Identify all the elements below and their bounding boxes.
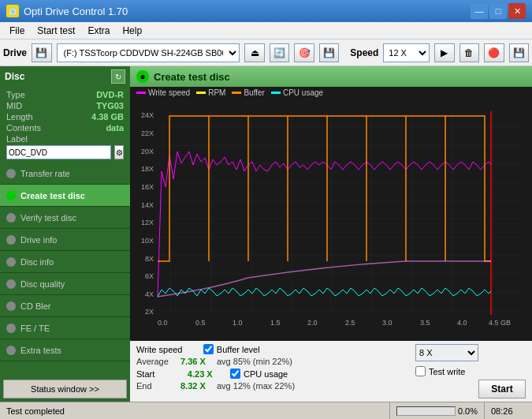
buffer-level-label: Buffer level xyxy=(217,345,260,354)
sidebar-item-transfer-rate[interactable]: Transfer rate xyxy=(0,163,130,185)
menu-help[interactable]: Help xyxy=(116,24,148,38)
menu-extra[interactable]: Extra xyxy=(81,24,116,38)
sidebar: Disc ↻ Type DVD-R MID TYG03 Length 4.38 … xyxy=(0,66,130,402)
start-button[interactable]: Start xyxy=(478,380,526,398)
disc-label-label: Label xyxy=(6,134,28,144)
disc-contents-row: Contents data xyxy=(6,123,124,133)
sidebar-label-cd-bler: CD Bler xyxy=(20,301,51,311)
end-extra: avg 12% (max 22%) xyxy=(217,381,295,391)
sidebar-item-disc-info[interactable]: Disc info xyxy=(0,251,130,273)
nav-dot-fe-te xyxy=(6,324,16,333)
svg-text:10X: 10X xyxy=(141,237,154,245)
nav-dot-transfer-rate xyxy=(6,169,16,178)
sidebar-item-cd-bler[interactable]: CD Bler xyxy=(0,295,130,317)
legend-color-write-speed xyxy=(136,92,146,94)
svg-text:4.5 GB: 4.5 GB xyxy=(489,319,511,327)
nav-dot-drive-info xyxy=(6,235,16,245)
svg-text:3.5: 3.5 xyxy=(420,319,430,327)
disc-length-row: Length 4.38 GB xyxy=(6,112,124,122)
end-label: End xyxy=(136,381,176,391)
test-write-checkbox[interactable] xyxy=(415,366,426,376)
maximize-button[interactable]: □ xyxy=(489,3,507,19)
sidebar-item-create-test-disc[interactable]: Create test disc xyxy=(0,185,130,207)
speed-arrow[interactable]: ▶ xyxy=(434,43,454,62)
disc-mid-value: TYG03 xyxy=(96,101,124,110)
svg-text:18X: 18X xyxy=(141,165,154,173)
close-button[interactable]: ✕ xyxy=(508,3,526,19)
nav-dot-disc-quality xyxy=(6,279,16,289)
drive-icon[interactable]: 💾 xyxy=(32,43,51,62)
drive-action-2[interactable]: 🎯 xyxy=(294,43,314,62)
disc-mid-row: MID TYG03 xyxy=(6,101,124,110)
legend-label-rpm: RPM xyxy=(208,88,225,97)
title-bar: 💿 Opti Drive Control 1.70 — □ ✕ xyxy=(0,0,532,22)
panel-header-title: Create test disc xyxy=(154,71,230,83)
stats-left: Write speed Buffer level Average 7.36 X … xyxy=(136,344,409,398)
status-bar: Test completed 0.0% 08:26 xyxy=(0,402,532,419)
speed-label: Speed xyxy=(350,47,378,58)
sidebar-label-transfer-rate: Transfer rate xyxy=(20,169,70,178)
drive-save[interactable]: 💾 xyxy=(509,43,529,62)
panel-header: ● Create test disc xyxy=(130,66,532,87)
drive-action-3[interactable]: 💾 xyxy=(319,43,339,62)
speed-control: 8 X4 X2 XMAX xyxy=(415,344,526,361)
menu-start-test[interactable]: Start test xyxy=(31,24,81,38)
test-write-checkbox-row: Test write xyxy=(415,366,526,376)
eject-button[interactable]: ⏏ xyxy=(244,43,264,62)
svg-text:2.0: 2.0 xyxy=(307,319,318,327)
legend-color-rpm xyxy=(196,92,206,94)
drive-select[interactable]: (F:) TSSTcorp CDDVDW SH-224GB SB00 xyxy=(57,43,240,62)
legend-cpu-usage: CPU usage xyxy=(271,88,323,97)
panel-header-icon: ● xyxy=(136,70,149,83)
drive-action-1[interactable]: 🔄 xyxy=(270,43,289,62)
sidebar-label-extra-tests: Extra tests xyxy=(20,346,61,355)
status-progress: 0.0% xyxy=(390,402,485,419)
disc-label-input[interactable] xyxy=(6,145,111,159)
end-row: End 8.32 X avg 12% (max 22%) xyxy=(136,381,409,391)
sidebar-label-drive-info: Drive info xyxy=(20,235,57,245)
disc-contents-value: data xyxy=(106,123,124,133)
menu-file[interactable]: File xyxy=(3,24,31,38)
nav-dot-disc-info xyxy=(6,257,16,267)
buffer-level-checkbox[interactable] xyxy=(203,344,214,354)
svg-text:12X: 12X xyxy=(141,219,154,226)
legend-rpm: RPM xyxy=(196,88,225,97)
app-icon: 💿 xyxy=(6,5,19,17)
sidebar-item-extra-tests[interactable]: Extra tests xyxy=(0,339,130,361)
sidebar-label-create-test-disc: Create test disc xyxy=(20,191,85,200)
disc-label-edit-button[interactable]: ⚙ xyxy=(114,145,124,159)
sidebar-item-fe-te[interactable]: FE / TE xyxy=(0,317,130,339)
write-speed-dropdown[interactable]: 8 X4 X2 XMAX xyxy=(415,344,478,361)
legend-color-buffer xyxy=(232,92,241,94)
sidebar-item-disc-quality[interactable]: Disc quality xyxy=(0,273,130,295)
minimize-button[interactable]: — xyxy=(471,3,488,19)
write-speed-static-label: Write speed xyxy=(136,345,183,354)
average-extra: avg 85% (min 22%) xyxy=(217,357,292,366)
svg-text:0.0: 0.0 xyxy=(158,319,168,327)
status-window-button[interactable]: Status window >> xyxy=(3,380,127,398)
sidebar-label-fe-te: FE / TE xyxy=(20,324,50,333)
svg-text:22X: 22X xyxy=(141,129,154,137)
cpu-usage-row: Start 4.23 X CPU usage xyxy=(136,368,409,379)
average-value: 7.36 X xyxy=(180,357,212,366)
svg-rect-0 xyxy=(158,110,524,315)
nav-dot-cd-bler xyxy=(6,301,16,311)
end-value: 8.32 X xyxy=(180,381,212,391)
svg-text:2.5: 2.5 xyxy=(345,319,355,327)
write-speed-row: Write speed Buffer level xyxy=(136,344,409,354)
speed-select[interactable]: 12 X8 X4 X xyxy=(383,43,430,62)
drive-burn[interactable]: 🔴 xyxy=(484,43,504,62)
disc-header: Disc ↻ xyxy=(0,66,130,87)
legend-write-speed: Write speed xyxy=(136,88,190,97)
svg-text:8X: 8X xyxy=(145,255,154,263)
stats-right: 8 X4 X2 XMAX Test write Start xyxy=(415,344,526,398)
legend-buffer: Buffer xyxy=(232,88,265,97)
cpu-usage-checkbox[interactable] xyxy=(230,368,240,379)
sidebar-item-drive-info[interactable]: Drive info xyxy=(0,229,130,251)
legend-label-buffer: Buffer xyxy=(244,88,265,97)
drive-erase[interactable]: 🗑 xyxy=(459,43,479,62)
svg-text:16X: 16X xyxy=(141,183,154,191)
svg-text:24X: 24X xyxy=(141,111,154,119)
sidebar-item-verify-test-disc[interactable]: Verify test disc xyxy=(0,207,130,229)
disc-refresh-button[interactable]: ↻ xyxy=(111,69,125,84)
